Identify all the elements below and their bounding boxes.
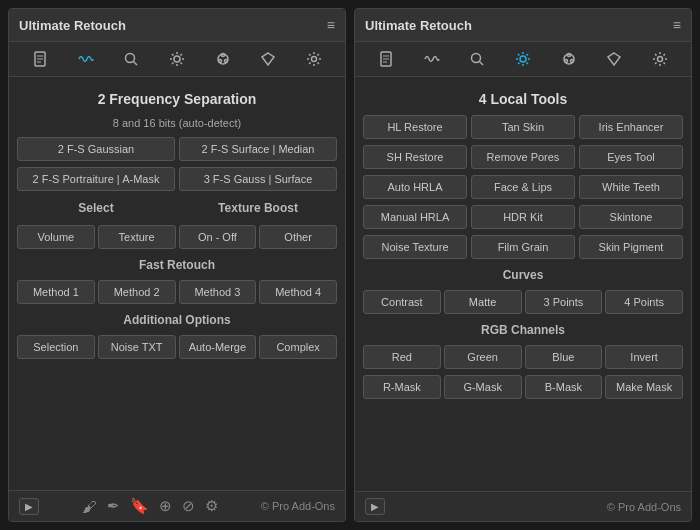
make-mask-btn[interactable]: Make Mask (605, 375, 683, 399)
film-grain-btn[interactable]: Film Grain (471, 235, 575, 259)
svg-point-27 (520, 56, 526, 62)
right-grid-row5: Noise Texture Film Grain Skin Pigment (363, 235, 683, 259)
svg-line-32 (518, 54, 520, 56)
right-panel-footer: ▶ © Pro Add-Ons (355, 491, 691, 521)
right-panel-content: 4 Local Tools HL Restore Tan Skin Iris E… (355, 77, 691, 491)
left-panel-menu-icon[interactable]: ≡ (327, 17, 335, 33)
left-toolbar (9, 42, 345, 77)
left-footer-icons: 🖌 ✒ 🔖 ⊕ ⊘ ⚙ (82, 497, 218, 515)
method2-btn[interactable]: Method 2 (98, 280, 176, 304)
right-panel-menu-icon[interactable]: ≡ (673, 17, 681, 33)
right-copyright: © Pro Add-Ons (607, 501, 681, 513)
svg-line-11 (172, 54, 174, 56)
right-toolbar-doc[interactable] (373, 48, 399, 70)
left-row3: Volume Texture On - Off Other (17, 225, 337, 249)
svg-point-17 (218, 60, 221, 63)
red-btn[interactable]: Red (363, 345, 441, 369)
auto-merge-btn[interactable]: Auto-Merge (179, 335, 257, 359)
left-toolbar-sun[interactable] (164, 48, 190, 70)
right-toolbar-search[interactable] (464, 48, 490, 70)
left-panel-footer: ▶ 🖌 ✒ 🔖 ⊕ ⊘ ⚙ © Pro Add-Ons (9, 490, 345, 521)
other-btn[interactable]: Other (259, 225, 337, 249)
curves-title: Curves (363, 268, 683, 282)
right-grid-row4: Manual HRLA HDR Kit Skintone (363, 205, 683, 229)
left-info: 8 and 16 bits (auto-detect) (17, 115, 337, 131)
volume-btn[interactable]: Volume (17, 225, 95, 249)
left-toolbar-search[interactable] (118, 48, 144, 70)
face-lips-btn[interactable]: Face & Lips (471, 175, 575, 199)
bandage-icon[interactable]: ⊕ (159, 497, 172, 515)
stamp-icon[interactable]: 🔖 (130, 497, 149, 515)
skintone-btn[interactable]: Skintone (579, 205, 683, 229)
noise-texture-btn[interactable]: Noise Texture (363, 235, 467, 259)
method4-btn[interactable]: Method 4 (259, 280, 337, 304)
method1-btn[interactable]: Method 1 (17, 280, 95, 304)
iris-enhancer-btn[interactable]: Iris Enhancer (579, 115, 683, 139)
method3-btn[interactable]: Method 3 (179, 280, 257, 304)
right-toolbar-gear[interactable] (647, 48, 673, 70)
4points-btn[interactable]: 4 Points (605, 290, 683, 314)
3points-btn[interactable]: 3 Points (525, 290, 603, 314)
hl-restore-btn[interactable]: HL Restore (363, 115, 467, 139)
fs-gauss-surface-btn[interactable]: 3 F-S Gauss | Surface (179, 167, 337, 191)
fs-surface-btn[interactable]: 2 F-S Surface | Median (179, 137, 337, 161)
texture-btn[interactable]: Texture (98, 225, 176, 249)
select-label: Select (17, 197, 175, 219)
selection-btn[interactable]: Selection (17, 335, 95, 359)
right-main-title: 4 Local Tools (363, 85, 683, 109)
svg-line-5 (134, 62, 138, 66)
manual-hrla-btn[interactable]: Manual HRLA (363, 205, 467, 229)
auto-hrla-btn[interactable]: Auto HRLA (363, 175, 467, 199)
svg-point-6 (174, 56, 180, 62)
fs-portraiture-btn[interactable]: 2 F-S Portraiture | A-Mask (17, 167, 175, 191)
svg-line-33 (526, 63, 528, 65)
left-toolbar-diamond[interactable] (255, 48, 281, 70)
left-row4: Method 1 Method 2 Method 3 Method 4 (17, 280, 337, 304)
left-panel: Ultimate Retouch ≡ 2 Frequency Separatio… (8, 8, 346, 522)
gear2-icon[interactable]: ⚙ (205, 497, 218, 515)
texture-label: Texture Boost (179, 197, 337, 219)
green-btn[interactable]: Green (444, 345, 522, 369)
right-play-btn[interactable]: ▶ (365, 498, 385, 515)
ink-icon[interactable]: ✒ (107, 497, 120, 515)
right-toolbar-sun[interactable] (510, 48, 536, 70)
invert-btn[interactable]: Invert (605, 345, 683, 369)
noise-txt-btn[interactable]: Noise TXT (98, 335, 176, 359)
left-panel-content: 2 Frequency Separation 8 and 16 bits (au… (9, 77, 345, 490)
patch-icon[interactable]: ⊘ (182, 497, 195, 515)
brush-icon[interactable]: 🖌 (82, 498, 97, 515)
g-mask-btn[interactable]: G-Mask (444, 375, 522, 399)
sh-restore-btn[interactable]: SH Restore (363, 145, 467, 169)
remove-pores-btn[interactable]: Remove Pores (471, 145, 575, 169)
complex-btn[interactable]: Complex (259, 335, 337, 359)
contrast-btn[interactable]: Contrast (363, 290, 441, 314)
b-mask-btn[interactable]: B-Mask (525, 375, 603, 399)
left-toolbar-bio[interactable] (210, 48, 236, 70)
blue-btn[interactable]: Blue (525, 345, 603, 369)
left-toolbar-doc[interactable] (27, 48, 53, 70)
right-panel-title: Ultimate Retouch (365, 18, 472, 33)
fs-gaussian-btn[interactable]: 2 F-S Gaussian (17, 137, 175, 161)
skin-pigment-btn[interactable]: Skin Pigment (579, 235, 683, 259)
svg-point-41 (658, 57, 663, 62)
hdr-kit-btn[interactable]: HDR Kit (471, 205, 575, 229)
r-mask-btn[interactable]: R-Mask (363, 375, 441, 399)
right-toolbar-bio[interactable] (556, 48, 582, 70)
eyes-tool-btn[interactable]: Eyes Tool (579, 145, 683, 169)
white-teeth-btn[interactable]: White Teeth (579, 175, 683, 199)
svg-point-16 (221, 54, 224, 57)
fast-retouch-title: Fast Retouch (17, 258, 337, 272)
right-toolbar-wave[interactable] (419, 48, 445, 70)
svg-marker-40 (608, 53, 620, 65)
svg-line-14 (172, 63, 174, 65)
right-toolbar-diamond[interactable] (601, 48, 627, 70)
svg-line-34 (526, 54, 528, 56)
svg-point-37 (567, 54, 570, 57)
on-off-btn[interactable]: On - Off (179, 225, 257, 249)
matte-btn[interactable]: Matte (444, 290, 522, 314)
svg-point-38 (564, 60, 567, 63)
left-play-btn[interactable]: ▶ (19, 498, 39, 515)
left-toolbar-gear[interactable] (301, 48, 327, 70)
left-toolbar-wave[interactable] (73, 48, 99, 70)
tan-skin-btn[interactable]: Tan Skin (471, 115, 575, 139)
